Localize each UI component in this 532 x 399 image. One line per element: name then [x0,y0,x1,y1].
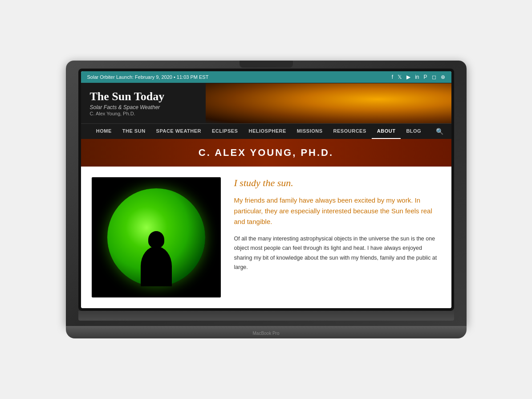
content-area: I study the sun. My friends and family h… [81,167,451,308]
person-silhouette [141,229,172,286]
nav-item-blog[interactable]: BLOG [401,124,426,139]
nav-item-about[interactable]: ABOUT [372,124,401,139]
pinterest-icon[interactable]: P [423,74,427,80]
site-header: The Sun Today Solar Facts & Space Weathe… [81,83,451,123]
nav-item-eclipses[interactable]: ECLIPSES [207,124,243,139]
youtube-icon[interactable]: ▶ [406,74,410,80]
screen-bezel: Solar Orbiter Launch: February 9, 2020 •… [78,69,454,311]
laptop-container: Solar Orbiter Launch: February 9, 2020 •… [66,61,467,338]
social-icons-bar: f 𝕏 ▶ in P ◻ ⊕ [392,74,445,80]
content-subheading: My friends and family have always been e… [234,195,441,227]
content-heading: I study the sun. [234,177,441,189]
facebook-icon[interactable]: f [392,74,393,80]
macbook-label: MacBook Pro [252,331,279,336]
content-body: Of all the many interesting astrophysica… [234,234,441,272]
rss-icon[interactable]: ⊕ [441,74,445,80]
laptop-hinge-notch [240,61,293,68]
header-sun-image [206,83,451,123]
profile-image [92,177,221,297]
laptop-frame: Solar Orbiter Launch: February 9, 2020 •… [66,61,467,326]
site-title: The Sun Today [90,90,197,103]
screen: Solar Orbiter Launch: February 9, 2020 •… [81,71,451,308]
instagram-icon[interactable]: ◻ [432,74,436,80]
nav-item-resources[interactable]: RESOURCES [328,124,372,139]
nav-bar: HOME THE SUN SPACE WEATHER ECLIPSES HELI… [81,123,451,139]
laptop-base [78,311,454,321]
laptop-bottom: MacBook Pro [66,326,467,338]
content-text: I study the sun. My friends and family h… [234,177,441,297]
site-author: C. Alex Young, Ph.D. [90,111,197,116]
nav-items-list: HOME THE SUN SPACE WEATHER ECLIPSES HELI… [85,124,432,139]
linkedin-icon[interactable]: in [415,74,419,80]
site-tagline: Solar Facts & Space Weather [90,104,197,110]
search-icon[interactable]: 🔍 [432,124,447,138]
announcement-text: Solar Orbiter Launch: February 9, 2020 •… [87,74,209,80]
nav-item-heliosphere[interactable]: HELIOSPHERE [243,124,291,139]
top-bar: Solar Orbiter Launch: February 9, 2020 •… [81,71,451,83]
logo-area: The Sun Today Solar Facts & Space Weathe… [81,83,206,123]
nav-item-missions[interactable]: MISSIONS [292,124,328,139]
page-banner-title: C. ALEX YOUNG, PH.D. [89,147,443,159]
title-white-part: Today [131,90,164,103]
nav-item-home[interactable]: HOME [91,124,117,139]
page-banner: C. ALEX YOUNG, PH.D. [81,139,451,167]
title-color-part: The Sun [90,90,131,103]
nav-item-space-weather[interactable]: SPACE WEATHER [151,124,207,139]
nav-item-the-sun[interactable]: THE SUN [117,124,151,139]
twitter-icon[interactable]: 𝕏 [398,74,402,80]
